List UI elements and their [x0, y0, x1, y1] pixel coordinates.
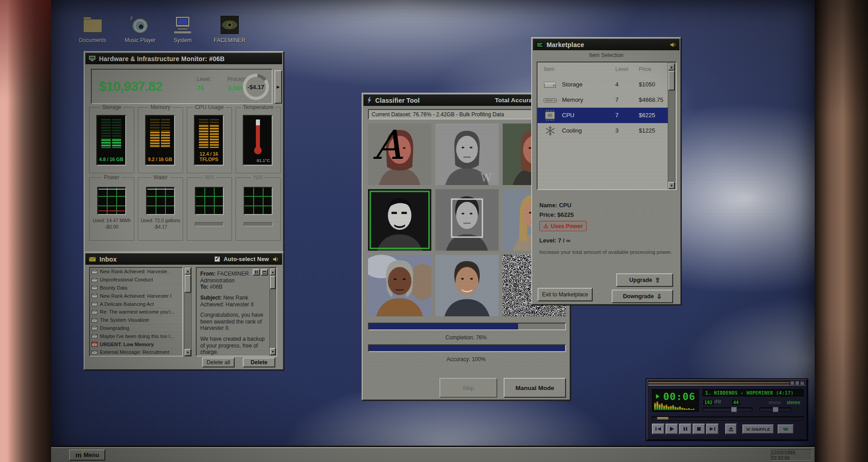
monitor-window-icon [89, 56, 96, 62]
stats-panel: $10,937.82 Level: 76 Processed: 3,009 -$… [91, 69, 273, 104]
popout-message-button[interactable] [261, 269, 268, 276]
dataset-label: Current Dataset: 76.76% - 2.42GB - Bulk … [372, 111, 504, 118]
mail-item[interactable]: Downgrading [90, 324, 182, 333]
item-list-scrollbar[interactable]: ▲ ▼ [668, 63, 675, 190]
desktop-icon-documents[interactable]: Documents [74, 15, 112, 43]
seek-handle[interactable] [657, 417, 669, 420]
mail-item[interactable]: A Delicate Balancing Act [90, 300, 182, 308]
delete-all-button[interactable]: Delete all [202, 357, 235, 367]
item-row-storage[interactable]: Storage 4 $1050 [538, 77, 668, 92]
next-track-button[interactable] [706, 424, 719, 434]
portrait-cell-2[interactable]: W [435, 124, 499, 185]
stop-button[interactable] [693, 424, 705, 434]
reader-scrollbar[interactable]: ▲ ▼ [269, 268, 276, 356]
svg-text:W: W [481, 171, 492, 184]
shade-icon[interactable] [795, 381, 799, 385]
portrait-cell-7[interactable] [368, 255, 431, 316]
hardware-monitor-titlebar[interactable]: Hardware & Infrastructure Monitor: #06B [85, 53, 282, 64]
hardware-monitor-window: Hardware & Infrastructure Monitor: #06B … [84, 51, 284, 254]
balance-slider[interactable] [760, 407, 791, 411]
item-list: Item Level Price Storage 4 $1050 M [537, 62, 677, 190]
scrollbar-thumb[interactable] [668, 71, 675, 90]
samplerate-value: 44 [731, 399, 741, 406]
mail-item[interactable]: Unprofessional Conduct [90, 276, 182, 284]
player-window-buttons [789, 381, 805, 385]
pause-messages-button[interactable] [253, 269, 260, 276]
skip-button[interactable]: Skip [439, 378, 497, 398]
scroll-down-icon[interactable]: ▼ [668, 182, 675, 189]
track-title[interactable]: 1. HIDDENOS - HOPEMINER (4:17) [703, 389, 804, 396]
exit-marketplace-button[interactable]: Exit to Marketplace [538, 288, 593, 301]
icon-label: System [164, 37, 202, 43]
repeat-button[interactable] [778, 424, 794, 434]
up-arrow-icon: ⇧ [655, 276, 660, 284]
portrait-cell-5-selected-white[interactable] [435, 189, 499, 251]
mail-item[interactable]: The System Visualizer [90, 316, 182, 324]
stats-expand-button[interactable]: ▶ [274, 70, 282, 104]
scrollbar-thumb[interactable] [184, 275, 191, 293]
scroll-up-icon[interactable]: ▲ [270, 268, 276, 276]
downgrade-button[interactable]: Downgrade ⇩ [612, 290, 673, 303]
shuffle-button[interactable]: SHUFFLE [742, 424, 774, 434]
portrait-cell-4-selected-green[interactable] [368, 189, 431, 251]
scroll-down-icon[interactable]: ▼ [184, 349, 191, 356]
uses-power-badge: ⚠ Uses Power [539, 221, 587, 231]
crt-scene: Documents ♪ Music Player System FACEMINE… [0, 0, 868, 462]
message-reader: From: FACEMINER Administration To: #06B … [196, 267, 277, 357]
upgrade-button[interactable]: Upgrade ⇧ [616, 273, 673, 287]
menu-button[interactable]: m Menu [69, 449, 105, 461]
mail-item[interactable]: Re: The warmest welcome you'r... [90, 308, 182, 316]
temperature-gauge: Temperature 81.1°C [236, 107, 281, 173]
desktop-icon-music-player[interactable]: ♪ Music Player [121, 15, 159, 43]
detail-name: Name: CPU [539, 202, 571, 209]
item-row-cpu-selected[interactable]: CPU 7 $6225 [538, 108, 668, 123]
portrait-cell-8[interactable] [435, 255, 499, 316]
desktop-icon-system[interactable]: System [164, 15, 202, 43]
mail-item[interactable]: Bounty Data [90, 284, 182, 292]
rate-gauge: -$4.17 [243, 74, 269, 100]
mail-item-urgent[interactable]: URGENT: Low Memory [90, 340, 182, 348]
taskbar-clock: 12/02/1999, 22:32:56 [771, 449, 812, 461]
mail-item[interactable]: Maybe I've been doing this too l... [90, 332, 182, 340]
previous-track-button[interactable] [652, 424, 665, 434]
delete-button[interactable]: Delete [243, 357, 275, 367]
balance-thumb[interactable] [773, 407, 778, 412]
mail-item[interactable]: New Rank Achieved: Harvester I [90, 292, 182, 300]
svg-text:A: A [373, 124, 403, 168]
minimize-icon[interactable] [790, 381, 794, 385]
item-row-memory[interactable]: Memory 7 $4668.75 [538, 92, 668, 108]
mail-item[interactable]: External Message: Recruitment [90, 348, 182, 357]
seek-bar[interactable] [652, 416, 804, 420]
speaker-icon[interactable] [273, 257, 279, 262]
player-titlebar[interactable] [648, 381, 806, 386]
item-row-cooling[interactable]: Cooling 3 $1225 [538, 123, 668, 138]
icon-label: Music Player [121, 37, 159, 43]
scroll-down-icon[interactable]: ▼ [270, 348, 276, 355]
volume-thumb[interactable] [731, 407, 737, 412]
scroll-up-icon[interactable]: ▲ [184, 267, 191, 275]
speaker-icon[interactable] [670, 42, 676, 48]
mail-item[interactable]: New Rank Achieved: Harveste... [90, 268, 182, 276]
scroll-up-icon[interactable]: ▲ [668, 63, 675, 71]
power-meter: Power Used: 14.47 MWh -$0.00 [89, 177, 134, 241]
volume-slider[interactable] [703, 407, 752, 411]
desktop-icon-faceminer[interactable]: FACEMINER [211, 15, 249, 43]
close-icon[interactable] [800, 381, 804, 385]
marketplace-titlebar[interactable]: Marketplace [533, 39, 679, 50]
inbox-icon [89, 256, 96, 262]
scrollbar-thumb[interactable] [270, 276, 276, 289]
power-cost: -$0.00 [90, 224, 134, 230]
detail-description: Increase your total amount of available … [539, 249, 675, 256]
marketplace-window: Marketplace Item Selection Item Level Pr… [531, 37, 681, 305]
folder-icon [81, 15, 104, 35]
mail-list-scrollbar[interactable]: ▲ ▼ [184, 267, 192, 357]
play-button[interactable] [665, 424, 678, 434]
inbox-titlebar[interactable]: Inbox Auto-select New [85, 253, 282, 265]
eject-button[interactable] [725, 424, 737, 434]
rate-value: -$4.17 [246, 77, 266, 97]
auto-select-checkbox[interactable] [214, 256, 220, 262]
bitrate-value: 192 [703, 399, 714, 406]
manual-mode-button[interactable]: Manual Mode [504, 378, 566, 398]
pause-button[interactable] [679, 424, 692, 434]
portrait-cell-1[interactable]: A [368, 124, 431, 185]
